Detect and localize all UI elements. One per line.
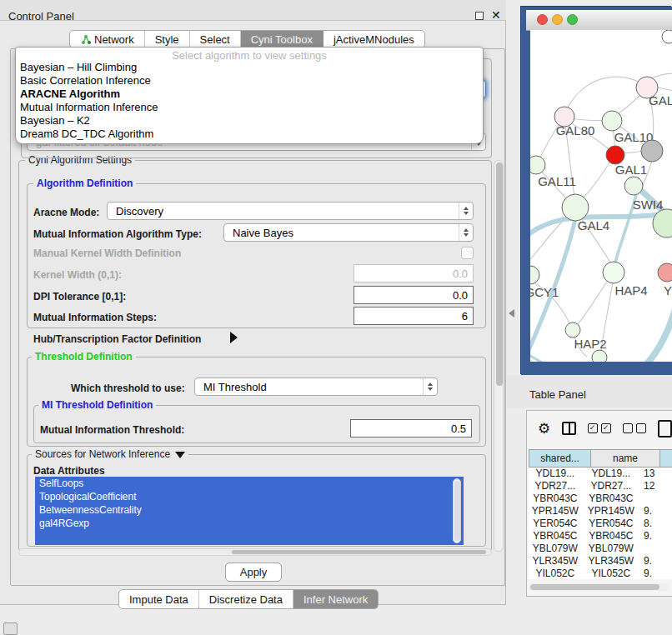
expand-right-icon[interactable] bbox=[230, 332, 238, 343]
dpi-tolerance-field[interactable]: 0.0 bbox=[354, 286, 474, 304]
columns-icon[interactable] bbox=[562, 422, 575, 435]
tab-jactivemnodules[interactable]: jActiveMNodules bbox=[323, 31, 424, 48]
network-icon bbox=[80, 34, 91, 45]
network-node[interactable] bbox=[641, 140, 663, 162]
algorithm-option[interactable]: Basic Correlation Inference bbox=[16, 74, 483, 88]
table-row[interactable]: YBR043CYBR043C bbox=[529, 492, 672, 505]
algorithm-option[interactable]: Bayesian – Hill Climbing bbox=[16, 61, 483, 74]
network-node-hap4[interactable] bbox=[603, 262, 624, 283]
tab-label: Network bbox=[94, 33, 134, 46]
attribute-list-scrollbar[interactable] bbox=[453, 478, 461, 543]
network-edge[interactable] bbox=[570, 118, 606, 121]
network-edge[interactable] bbox=[530, 352, 640, 362]
network-edge[interactable] bbox=[616, 93, 642, 115]
algorithm-option[interactable]: Dream8 DC_TDC Algorithm bbox=[16, 128, 483, 141]
collapse-left-icon[interactable] bbox=[509, 309, 514, 318]
which-threshold-label: Which threshold to use: bbox=[71, 382, 185, 394]
attribute-item[interactable]: TopologicalCoefficient bbox=[35, 490, 464, 503]
table-cell: YBR045C bbox=[582, 530, 640, 542]
node-label: GAL11 bbox=[538, 174, 576, 188]
float-window-icon[interactable] bbox=[475, 12, 484, 20]
network-node-y[interactable] bbox=[658, 263, 672, 282]
bottom-tab-impute-data[interactable]: Impute Data bbox=[119, 590, 199, 608]
network-view-window[interactable]: GALGAL80GAL10GAL1GAL11SWI4GAL4GCY1HAP4YH… bbox=[521, 7, 672, 375]
close-traffic-light[interactable] bbox=[537, 14, 548, 25]
table-row[interactable]: YPR145WYPR145W9. bbox=[529, 505, 672, 518]
table-row[interactable]: YDR27...YDR27...12 bbox=[529, 480, 672, 492]
sources-group-title[interactable]: Sources for Network Inference bbox=[32, 449, 188, 459]
mi-threshold-field[interactable]: 0.5 bbox=[350, 419, 472, 438]
table-cell bbox=[640, 542, 672, 555]
gear-icon[interactable]: ⚙ bbox=[538, 422, 550, 436]
algorithm-dropdown-popup: Select algorithm to view settings Bayesi… bbox=[15, 47, 484, 144]
settings-vertical-scrollbar[interactable] bbox=[494, 160, 504, 552]
aracne-mode-combo[interactable]: Discovery bbox=[107, 202, 474, 220]
network-node-gal10[interactable] bbox=[602, 111, 622, 131]
column-header-A[interactable]: A bbox=[660, 449, 672, 468]
attribute-item[interactable]: SelfLoops bbox=[35, 477, 464, 490]
algorithm-option[interactable]: ARACNE Algorithm bbox=[16, 88, 483, 101]
table-cell: YPR145W bbox=[582, 505, 640, 518]
network-edge[interactable] bbox=[622, 151, 644, 153]
data-attributes-list[interactable]: SelfLoopsTopologicalCoefficientBetweenne… bbox=[35, 477, 464, 545]
collapse-down-icon[interactable] bbox=[175, 452, 185, 458]
manual-kernel-width-checkbox[interactable] bbox=[461, 247, 474, 259]
combo-arrows-icon bbox=[459, 202, 473, 219]
export-table-icon[interactable] bbox=[658, 420, 672, 438]
network-node-gcy1[interactable] bbox=[530, 266, 539, 284]
zoom-traffic-light[interactable] bbox=[567, 14, 578, 25]
table-horizontal-scrollbar[interactable] bbox=[529, 583, 669, 591]
node-label: HAP4 bbox=[614, 283, 647, 298]
tab-select[interactable]: Select bbox=[190, 31, 241, 48]
network-edge[interactable] bbox=[567, 77, 645, 109]
which-threshold-combo[interactable]: MI Threshold bbox=[194, 378, 438, 396]
network-canvas[interactable]: GALGAL80GAL10GAL1GAL11SWI4GAL4GCY1HAP4YH… bbox=[530, 30, 672, 362]
network-edge[interactable] bbox=[577, 279, 609, 325]
tab-network[interactable]: Network bbox=[70, 31, 145, 48]
select-all-columns-icon[interactable]: ✓✓ bbox=[588, 423, 611, 433]
attribute-item[interactable]: BetweennessCentrality bbox=[35, 503, 464, 517]
network-node[interactable] bbox=[592, 350, 607, 362]
dpi-tolerance-label: DPI Tolerance [0,1]: bbox=[33, 291, 126, 302]
kernel-width-field[interactable]: 0.0 bbox=[354, 264, 474, 282]
table-cell: 12 bbox=[640, 480, 672, 492]
mi-algorithm-type-combo[interactable]: Naive Bayes bbox=[223, 223, 474, 242]
algorithm-option[interactable]: Bayesian – K2 bbox=[16, 114, 483, 128]
tab-style[interactable]: Style bbox=[145, 31, 190, 48]
node-label: GAL1 bbox=[615, 162, 647, 177]
table-cell: YBL079W bbox=[529, 542, 582, 555]
network-node-gal11[interactable] bbox=[530, 156, 545, 174]
network-node-swi4[interactable] bbox=[624, 177, 643, 195]
algorithm-option[interactable]: Mutual Information Inference bbox=[16, 101, 483, 114]
apply-button[interactable]: Apply bbox=[225, 562, 282, 582]
algorithm-definition-title: Algorithm Definition bbox=[33, 178, 136, 188]
network-node-gal1[interactable] bbox=[606, 146, 624, 164]
table-body: YDL19...YDL19...13YDR27...YDR27...12YBR0… bbox=[529, 468, 672, 579]
bottom-tab-discretize-data[interactable]: Discretize Data bbox=[199, 590, 293, 608]
table-row[interactable]: YLR345WYLR345W9. bbox=[529, 555, 672, 568]
deselect-all-columns-icon[interactable] bbox=[623, 423, 646, 433]
collapsed-panel-button[interactable] bbox=[3, 622, 18, 635]
table-panel: ⚙ ✓✓ shared...nameA YDL19...YDL19...13YD… bbox=[526, 410, 672, 597]
table-row[interactable]: YDL19...YDL19...13 bbox=[529, 468, 672, 480]
table-row[interactable]: YBL079WYBL079W bbox=[529, 542, 672, 555]
table-row[interactable]: YBR045CYBR045C9. bbox=[529, 530, 672, 542]
minimize-traffic-light[interactable] bbox=[552, 14, 563, 25]
network-edge[interactable] bbox=[656, 88, 672, 92]
attribute-item[interactable]: gal4RGexp bbox=[35, 517, 464, 530]
network-node-gal4[interactable] bbox=[562, 194, 589, 221]
column-header-name[interactable]: name bbox=[591, 449, 660, 468]
hub-definition-label[interactable]: Hub/Transcription Factor Definition bbox=[33, 333, 201, 345]
settings-horizontal-scrollbar[interactable] bbox=[18, 548, 492, 556]
network-edge[interactable] bbox=[582, 160, 611, 199]
tab-cyni-toolbox[interactable]: Cyni Toolbox bbox=[241, 31, 323, 48]
column-header-shared[interactable]: shared... bbox=[529, 449, 591, 468]
table-row[interactable]: YIL052CYIL052C9. bbox=[529, 568, 672, 579]
bottom-tab-infer-network[interactable]: Infer Network bbox=[293, 590, 378, 608]
close-icon[interactable]: ✕ bbox=[491, 8, 501, 22]
table-row[interactable]: YER054CYER054C8. bbox=[529, 518, 672, 530]
network-window-titlebar[interactable] bbox=[526, 10, 672, 31]
network-node-hap2[interactable] bbox=[565, 322, 580, 338]
mi-steps-field[interactable]: 6 bbox=[354, 307, 474, 325]
network-node[interactable] bbox=[662, 30, 672, 43]
